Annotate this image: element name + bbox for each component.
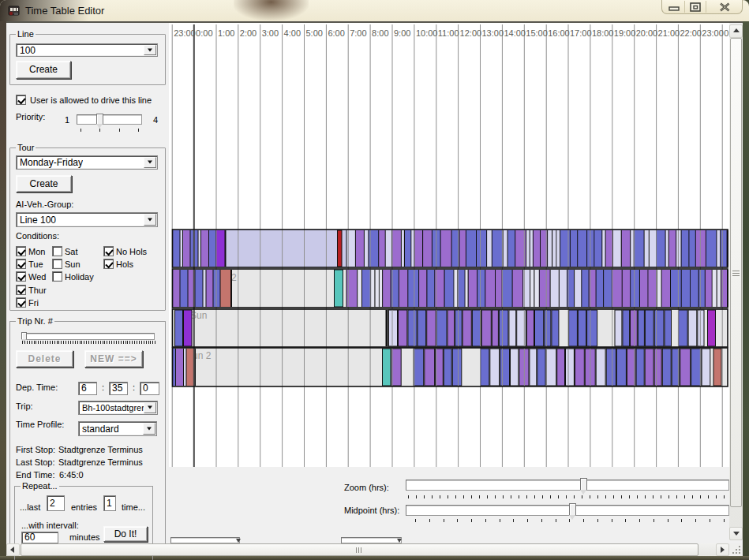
svg-text:23:00: 23:00 (702, 28, 724, 38)
svg-text:14:00: 14:00 (504, 28, 526, 38)
svg-text:22:00: 22:00 (680, 28, 702, 38)
svg-text:13:00: 13:00 (482, 28, 504, 38)
svg-text:19:00: 19:00 (614, 28, 636, 38)
svg-text:2: 2 (231, 272, 237, 283)
svg-text:21:00: 21:00 (658, 28, 680, 38)
svg-text:18:00: 18:00 (592, 28, 614, 38)
svg-text:10:00: 10:00 (416, 28, 438, 38)
svg-text:8:00: 8:00 (372, 28, 388, 38)
svg-text:1:00: 1:00 (218, 28, 234, 38)
svg-text:7:00: 7:00 (350, 28, 366, 38)
svg-text:11:00: 11:00 (438, 28, 459, 38)
svg-text:0:00: 0:00 (196, 28, 212, 38)
svg-text:17:00: 17:00 (570, 28, 592, 38)
svg-text:0:0: 0:0 (724, 28, 729, 38)
svg-text:Sun: Sun (190, 310, 207, 321)
svg-text:2:00: 2:00 (240, 28, 257, 38)
svg-text:12:00: 12:00 (460, 28, 482, 38)
svg-text:4:00: 4:00 (284, 28, 301, 38)
svg-text:6:00: 6:00 (328, 28, 344, 38)
svg-text:23:00: 23:00 (174, 28, 196, 38)
svg-text:5:00: 5:00 (306, 28, 323, 38)
svg-text:15:00: 15:00 (526, 28, 548, 38)
svg-text:3:00: 3:00 (262, 28, 279, 38)
svg-text:9:00: 9:00 (394, 28, 410, 38)
svg-text:20:00: 20:00 (636, 28, 658, 38)
svg-text:16:00: 16:00 (548, 28, 570, 38)
